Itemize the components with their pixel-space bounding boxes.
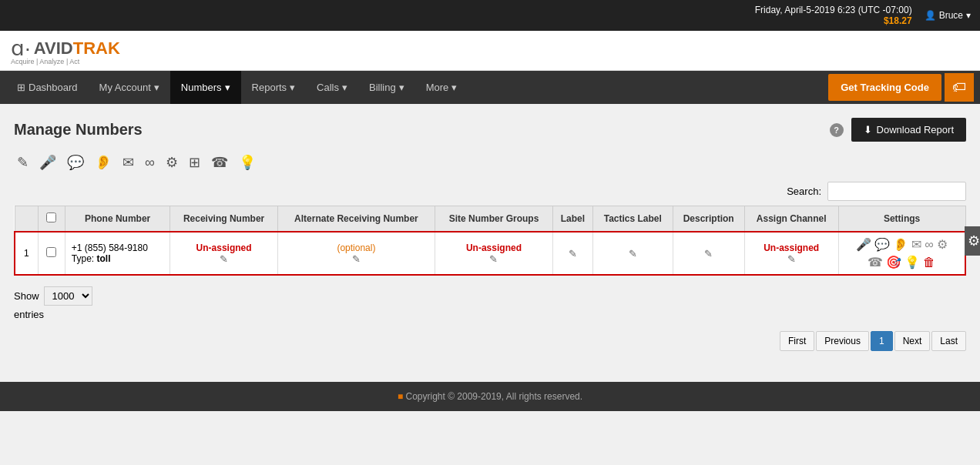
receiving-edit-icon[interactable]: ✎ — [220, 253, 228, 265]
tool-phone-icon[interactable]: ☎ — [208, 152, 231, 172]
pagination-current-button[interactable]: 1 — [871, 331, 893, 351]
phone-type: Type: toll — [72, 253, 164, 264]
pagination-row: First Previous 1 Next Last — [14, 331, 966, 351]
row-checkbox[interactable] — [46, 247, 56, 257]
row-description-cell: ✎ — [673, 232, 744, 275]
tool-gear-icon[interactable]: ⚙ — [163, 152, 181, 172]
row-alternate-cell: (optional) ✎ — [277, 232, 435, 275]
footer-text: Copyright © 2009-2019, All rights reserv… — [405, 391, 582, 402]
col-alternate: Alternate Receiving Number — [277, 206, 435, 232]
search-label: Search: — [787, 186, 821, 197]
row-assign-cell: Un-assigned ✎ — [744, 232, 838, 275]
settings-mic-icon[interactable]: 🎤 — [856, 237, 871, 252]
tool-chat-icon[interactable]: 💬 — [64, 152, 87, 172]
settings-icons: 🎤 💬 👂 ✉ ∞ ⚙ ☎ 🎯 💡 🗑 — [845, 237, 958, 269]
nav-more[interactable]: More ▾ — [415, 71, 468, 104]
pagination-next-button[interactable]: Next — [894, 331, 931, 351]
nav-calls[interactable]: Calls ▾ — [306, 71, 358, 104]
tool-bulb-icon[interactable]: 💡 — [236, 152, 259, 172]
show-select[interactable]: 10 25 50 100 1000 — [44, 286, 92, 306]
calls-caret-icon: ▾ — [342, 82, 347, 93]
more-caret-icon: ▾ — [451, 82, 457, 93]
tracking-icon[interactable]: 🏷 — [945, 73, 974, 102]
col-checkbox[interactable] — [38, 206, 65, 232]
settings-row2: ☎ 🎯 💡 🗑 — [868, 255, 935, 269]
tool-mic-icon[interactable]: 🎤 — [36, 152, 59, 172]
pagination-first-button[interactable]: First — [780, 331, 814, 351]
settings-email-icon[interactable]: ✉ — [911, 237, 921, 252]
username: Bruce — [939, 10, 963, 21]
nav-myaccount[interactable]: My Account ▾ — [89, 71, 170, 104]
settings-target-icon[interactable]: 🎯 — [886, 255, 901, 269]
logo-bar: ɑ· AVIDTRAK Acquire | Analyze | Act — [0, 31, 980, 71]
datetime-text: Friday, April-5-2019 6:23 (UTC -07:00) — [755, 5, 912, 15]
nav-billing-label: Billing — [369, 82, 396, 93]
show-label: Show — [14, 290, 39, 302]
row-label-cell: ✎ — [552, 232, 592, 275]
footer: ■ Copyright © 2009-2019, All rights rese… — [0, 382, 980, 411]
nav-dashboard-label: Dashboard — [29, 82, 78, 93]
get-tracking-button[interactable]: Get Tracking Code — [828, 74, 941, 101]
tactics-edit-icon[interactable]: ✎ — [629, 248, 637, 259]
nav-myaccount-label: My Account — [99, 82, 151, 93]
table-wrap: Phone Number Receiving Number Alternate … — [14, 206, 966, 276]
row-tactics-cell: ✎ — [592, 232, 673, 275]
search-row: Search: — [14, 182, 966, 201]
table-settings-gear-icon[interactable]: ⚙ — [965, 226, 980, 256]
settings-gear-icon[interactable]: ⚙ — [937, 237, 948, 252]
user-menu[interactable]: 👤 Bruce ▾ — [925, 10, 971, 21]
numbers-caret-icon: ▾ — [225, 82, 230, 93]
alternate-status: (optional) — [284, 243, 428, 253]
phone-number: +1 (855) 584-9180 — [72, 243, 164, 253]
nav-more-label: More — [426, 82, 449, 93]
pagination-previous-button[interactable]: Previous — [816, 331, 869, 351]
download-report-button[interactable]: ⬇ Download Report — [851, 118, 966, 142]
datetime-balance: Friday, April-5-2019 6:23 (UTC -07:00) $… — [755, 5, 912, 26]
nav-reports[interactable]: Reports ▾ — [241, 71, 307, 104]
nav-dashboard[interactable]: ⊞ Dashboard — [6, 71, 89, 104]
settings-infinity-icon[interactable]: ∞ — [925, 238, 933, 252]
main-content: Manage Numbers ? ⬇ Download Report ✎ 🎤 💬… — [0, 104, 980, 359]
col-site: Site Number Groups — [435, 206, 553, 232]
search-input[interactable] — [827, 182, 966, 201]
site-edit-icon[interactable]: ✎ — [489, 253, 498, 265]
settings-chat-icon[interactable]: 💬 — [874, 237, 890, 252]
assign-edit-icon[interactable]: ✎ — [787, 253, 796, 265]
tool-edit-icon[interactable]: ✎ — [14, 152, 32, 172]
nav-bar: ⊞ Dashboard My Account ▾ Numbers ▾ Repor… — [0, 71, 980, 104]
assign-status: Un-assigned — [751, 243, 832, 253]
tool-grid-icon[interactable]: ⊞ — [186, 152, 203, 172]
numbers-table: Phone Number Receiving Number Alternate … — [14, 206, 966, 276]
logo-sub: Acquire | Analyze | Act — [11, 58, 120, 65]
col-label: Label — [552, 206, 592, 232]
show-row: Show 10 25 50 100 1000 — [14, 286, 966, 306]
settings-listen-icon[interactable]: 👂 — [893, 237, 908, 252]
row-checkbox-cell[interactable] — [38, 232, 65, 275]
nav-numbers[interactable]: Numbers ▾ — [170, 71, 241, 104]
download-report-label: Download Report — [877, 124, 954, 135]
nav-calls-label: Calls — [317, 82, 339, 93]
tool-email-icon[interactable]: ✉ — [119, 152, 137, 172]
select-all-checkbox[interactable] — [46, 212, 56, 222]
dashboard-icon: ⊞ — [17, 82, 25, 93]
help-icon[interactable]: ? — [830, 123, 844, 137]
label-edit-icon[interactable]: ✎ — [569, 248, 577, 259]
settings-bulb-icon[interactable]: 💡 — [904, 255, 920, 269]
nav-billing[interactable]: Billing ▾ — [358, 71, 415, 104]
logo: ɑ· AVIDTRAK Acquire | Analyze | Act — [11, 35, 120, 65]
description-edit-icon[interactable]: ✎ — [704, 248, 713, 259]
col-settings: Settings — [838, 206, 965, 232]
tool-infinity-icon[interactable]: ∞ — [142, 153, 158, 172]
nav-numbers-label: Numbers — [181, 82, 222, 93]
alternate-edit-icon[interactable]: ✎ — [352, 253, 361, 265]
pagination-last-button[interactable]: Last — [931, 331, 966, 351]
settings-phone-icon[interactable]: ☎ — [868, 255, 883, 269]
row-phone-cell: +1 (855) 584-9180 Type: toll — [65, 232, 170, 275]
balance-amount: $18.27 — [755, 15, 912, 26]
footer-dot: ■ — [398, 391, 406, 402]
table-row: 1 +1 (855) 584-9180 Type: toll Un-assign… — [15, 232, 965, 275]
settings-trash-icon[interactable]: 🗑 — [923, 256, 935, 269]
tool-listen-icon[interactable]: 👂 — [92, 152, 115, 172]
download-icon: ⬇ — [864, 124, 872, 135]
myaccount-caret-icon: ▾ — [154, 82, 159, 93]
